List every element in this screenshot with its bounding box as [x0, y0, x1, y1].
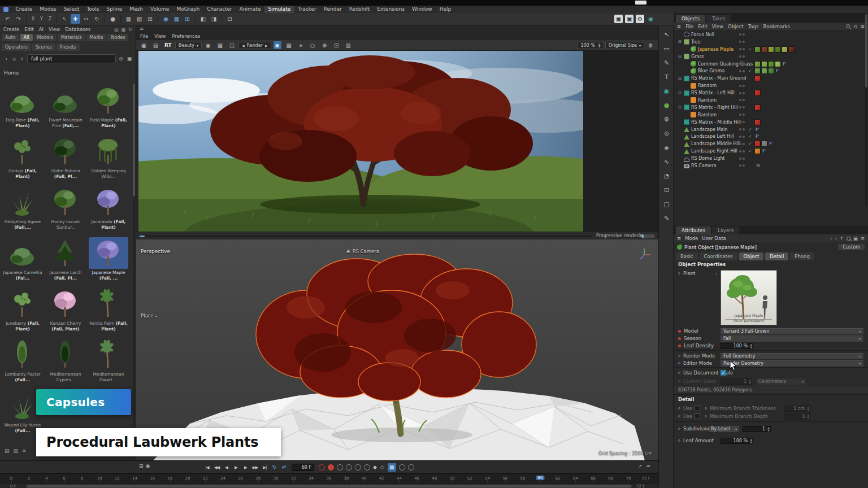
move-tool-icon[interactable]: ✚	[71, 14, 80, 24]
field-tag[interactable]: F'	[762, 149, 766, 154]
subdivision-field[interactable]: 1▲▼	[743, 426, 771, 432]
frame-tick[interactable]: 72 F	[642, 476, 650, 481]
asset-item-kanzan-cherry-fall-plant[interactable]: Kanzan Cherry (Fall, Plant)	[44, 287, 87, 338]
axis-y-toggle[interactable]: Y	[38, 14, 45, 24]
material-chip[interactable]	[775, 46, 781, 53]
asset-item-lombardy-poplar-fall[interactable]: Lombardy Poplar (Fall...	[1, 338, 44, 389]
visibility-dot-editor[interactable]	[739, 106, 741, 108]
visibility-dot-render[interactable]	[743, 99, 745, 101]
compare-icon[interactable]: ▥	[344, 41, 353, 50]
grid-view-icon[interactable]: ▦	[121, 27, 126, 32]
frame-tick[interactable]: 48	[432, 476, 437, 481]
frame-tick[interactable]: 54	[485, 476, 490, 481]
editor-mode-dropdown[interactable]: Render Geometry▾	[721, 360, 863, 367]
asset-item-dog-rose-fall-plant[interactable]: Dog-Rose (Fall, Plant)	[1, 84, 44, 134]
renderview-burger-icon[interactable]: ≡	[136, 25, 658, 32]
asset-item-field-maple-fall-plant[interactable]: Field Maple (Fall, Plant)	[87, 84, 130, 134]
frame-tick[interactable]: 22	[203, 476, 208, 481]
visibility-dot-editor[interactable]	[739, 158, 741, 160]
asset-item-japanese-larch-fall-pl[interactable]: Japanese Larch (Fall, Pl...	[44, 236, 87, 287]
material-chip[interactable]	[768, 61, 774, 67]
timeline-menu-icon[interactable]: ≡	[646, 463, 650, 469]
visibility-dot-editor[interactable]	[739, 48, 741, 50]
goto-end-button[interactable]: ▶|	[260, 463, 270, 472]
frame-tick[interactable]: 0	[10, 476, 12, 481]
workplane-icon[interactable]: ⊞	[145, 14, 155, 24]
live-selection-icon[interactable]: ↖	[661, 29, 672, 41]
asset-item-ginkgo-fall-plant[interactable]: Ginkgo (Fall, Plant)	[1, 134, 44, 185]
custom-button[interactable]: Custom	[838, 244, 865, 250]
record-position-button[interactable]	[337, 464, 343, 470]
menu-tools[interactable]: Tools	[83, 6, 103, 13]
visibility-dot-editor[interactable]	[739, 164, 741, 167]
channels-icon[interactable]: ▦	[215, 41, 225, 50]
frame-tick[interactable]: 2	[28, 476, 30, 481]
filter-auto[interactable]: Auto	[2, 34, 19, 41]
object-row-tree[interactable]: ⊟Tree	[674, 38, 868, 46]
render-to-picture-button[interactable]: ▣	[625, 15, 633, 23]
object-row-focus-null[interactable]: Focus Null	[674, 31, 868, 38]
visibility-dot-render[interactable]	[743, 77, 745, 80]
visibility-dot-editor[interactable]	[739, 70, 741, 72]
material-chip[interactable]	[761, 68, 767, 74]
model-mode-icon[interactable]: ▦	[124, 14, 133, 24]
enabled-check-icon[interactable]: ✓	[748, 68, 754, 73]
field-tag[interactable]: F'	[756, 134, 759, 139]
visibility-dot-editor[interactable]	[739, 33, 741, 36]
material-chip[interactable]	[761, 61, 767, 67]
prev-key-button[interactable]: ◀◀	[212, 463, 222, 472]
next-key-button[interactable]: ▶▶	[250, 463, 260, 472]
collection-operators[interactable]: Operators	[2, 43, 31, 51]
attr-tab-object[interactable]: Object	[739, 252, 764, 260]
render-mode-dropdown[interactable]: Full Geometry▾	[721, 353, 863, 359]
menu-mesh[interactable]: Mesh	[126, 6, 147, 13]
material-chip[interactable]	[754, 46, 761, 53]
material-chip[interactable]	[761, 46, 767, 53]
menu-help[interactable]: Help	[436, 6, 455, 13]
material-chip[interactable]	[754, 119, 761, 125]
visibility-dot-editor[interactable]	[739, 63, 741, 65]
menu-simulate[interactable]: Simulate	[264, 6, 294, 13]
visibility-dot-render[interactable]	[743, 92, 745, 94]
tab-objects[interactable]: Objects	[676, 15, 705, 23]
object-row-landscape-left-hill[interactable]: Landscape Left Hill✓F'	[674, 133, 868, 140]
rv-menu-view[interactable]: View	[154, 33, 166, 39]
material-chip[interactable]	[754, 148, 761, 154]
asset-item-mediterranean-dwarf[interactable]: Mediterranean Dwarf ...	[87, 338, 130, 389]
frame-tick[interactable]: 34	[309, 476, 314, 481]
select-tool-icon[interactable]: ↖	[60, 14, 70, 24]
attr-search-icon[interactable]	[847, 237, 850, 241]
om-menu-edit[interactable]: Edit	[698, 24, 707, 29]
asset-capsule-icon[interactable]: ◉	[661, 85, 672, 97]
visibility-dot-editor[interactable]	[739, 121, 741, 123]
thumb-view-icon[interactable]: ▥	[14, 448, 19, 454]
om-menu-view[interactable]: View	[712, 24, 723, 29]
model-dropdown[interactable]: Variant 3 Full-Grown▾	[721, 328, 863, 334]
asset-item-jacaranda-fall-plant[interactable]: Jacaranda (Fall, Plant)	[87, 185, 130, 236]
material-preview-icon[interactable]: ◉	[646, 14, 656, 24]
visibility-dot-editor[interactable]	[739, 77, 741, 80]
timeline-ruler[interactable]: 0246810121416182022242628303234363840424…	[0, 473, 658, 483]
frame-tick[interactable]: 42	[379, 476, 384, 481]
custom-scale-field[interactable]: 1▲▼	[721, 378, 752, 385]
list-view-icon[interactable]: ▤	[5, 448, 10, 454]
record-scale-button[interactable]	[346, 464, 352, 470]
undo-icon[interactable]: ↶	[3, 14, 12, 24]
refresh-icon[interactable]: ↻	[128, 27, 132, 32]
frame-tick[interactable]: 36	[326, 476, 331, 481]
add-icon[interactable]: +	[19, 55, 25, 63]
object-row-rs-matrix-left-hill[interactable]: ⊟RS Matrix - Left Hill	[674, 89, 868, 97]
frame-tick[interactable]: 32	[291, 476, 296, 481]
last-tool-icon[interactable]: ●	[108, 14, 118, 24]
home-icon[interactable]: ⌂	[11, 55, 18, 63]
field-tag[interactable]: F'	[756, 127, 759, 132]
visibility-dot-editor[interactable]	[739, 128, 741, 130]
min-branch-field[interactable]: 1 cm▲▼	[784, 406, 810, 412]
filter-materials[interactable]: Materials	[58, 34, 85, 41]
object-row-japanese-maple[interactable]: Japanese Maple✓	[674, 46, 868, 53]
visibility-dot-render[interactable]	[743, 121, 745, 123]
asset-item-juneberry-fall-plant[interactable]: Juneberry (Fall, Plant)	[1, 287, 44, 338]
frame-tick[interactable]: 16	[150, 476, 155, 481]
material-chip[interactable]	[754, 141, 761, 147]
record-rotation-button[interactable]	[355, 464, 361, 470]
